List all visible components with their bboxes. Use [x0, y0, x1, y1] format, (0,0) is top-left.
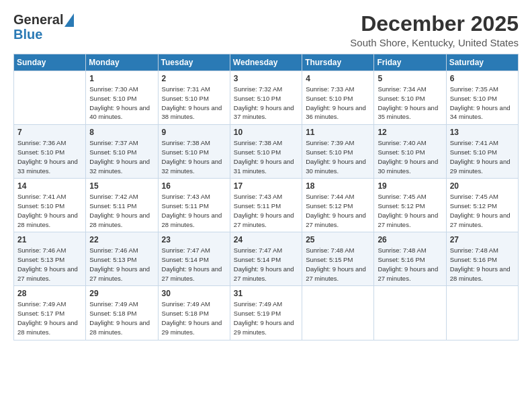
- day-info: Sunrise: 7:39 AMSunset: 5:10 PMDaylight:…: [306, 138, 370, 175]
- day-number: 15: [89, 181, 154, 191]
- day-number: 24: [234, 235, 298, 244]
- day-info: Sunrise: 7:41 AMSunset: 5:10 PMDaylight:…: [17, 192, 82, 229]
- calendar-cell: 1Sunrise: 7:30 AMSunset: 5:10 PMDaylight…: [86, 71, 158, 125]
- calendar-cell: [14, 71, 86, 125]
- day-number: 8: [89, 128, 154, 137]
- calendar-cell: 14Sunrise: 7:41 AMSunset: 5:10 PMDayligh…: [14, 179, 86, 232]
- header-monday: Monday: [86, 54, 158, 71]
- calendar-cell: 7Sunrise: 7:36 AMSunset: 5:10 PMDaylight…: [14, 125, 86, 179]
- header-saturday: Saturday: [446, 54, 518, 71]
- day-info: Sunrise: 7:49 AMSunset: 5:18 PMDaylight:…: [162, 300, 226, 336]
- calendar-cell: 22Sunrise: 7:46 AMSunset: 5:13 PMDayligh…: [86, 232, 158, 286]
- page: General Blue December 2025 South Shore, …: [0, 0, 532, 411]
- calendar-cell: 11Sunrise: 7:39 AMSunset: 5:10 PMDayligh…: [302, 125, 374, 179]
- day-info: Sunrise: 7:35 AMSunset: 5:10 PMDaylight:…: [450, 85, 515, 122]
- day-number: 9: [162, 128, 226, 137]
- calendar-cell: 24Sunrise: 7:47 AMSunset: 5:14 PMDayligh…: [230, 232, 302, 286]
- header-sunday: Sunday: [14, 54, 86, 71]
- day-number: 31: [234, 289, 298, 298]
- calendar-cell: 27Sunrise: 7:48 AMSunset: 5:16 PMDayligh…: [446, 232, 518, 286]
- calendar-cell: 13Sunrise: 7:41 AMSunset: 5:10 PMDayligh…: [446, 125, 518, 179]
- title-block: December 2025 South Shore, Kentucky, Uni…: [350, 12, 519, 48]
- subtitle: South Shore, Kentucky, United States: [350, 37, 519, 48]
- day-info: Sunrise: 7:42 AMSunset: 5:11 PMDaylight:…: [89, 192, 154, 229]
- day-number: 17: [234, 181, 298, 191]
- day-number: 7: [17, 128, 82, 137]
- logo-triangle-icon: [64, 13, 74, 27]
- calendar-cell: 4Sunrise: 7:33 AMSunset: 5:10 PMDaylight…: [302, 71, 374, 125]
- logo: General Blue: [13, 12, 74, 41]
- day-info: Sunrise: 7:48 AMSunset: 5:15 PMDaylight:…: [306, 246, 370, 283]
- calendar-week-4: 21Sunrise: 7:46 AMSunset: 5:13 PMDayligh…: [14, 232, 519, 286]
- calendar-cell: 10Sunrise: 7:38 AMSunset: 5:10 PMDayligh…: [230, 125, 302, 179]
- day-number: 13: [450, 128, 515, 137]
- day-number: 11: [306, 128, 370, 137]
- day-number: 1: [89, 74, 154, 83]
- header-tuesday: Tuesday: [158, 54, 230, 71]
- day-number: 27: [450, 235, 515, 244]
- calendar-cell: 19Sunrise: 7:45 AMSunset: 5:12 PMDayligh…: [374, 179, 446, 232]
- calendar-week-5: 28Sunrise: 7:49 AMSunset: 5:17 PMDayligh…: [14, 286, 519, 340]
- day-info: Sunrise: 7:44 AMSunset: 5:12 PMDaylight:…: [306, 192, 370, 229]
- day-number: 3: [234, 74, 298, 83]
- day-info: Sunrise: 7:43 AMSunset: 5:11 PMDaylight:…: [162, 192, 226, 229]
- calendar-cell: 30Sunrise: 7:49 AMSunset: 5:18 PMDayligh…: [158, 286, 230, 340]
- calendar-cell: 25Sunrise: 7:48 AMSunset: 5:15 PMDayligh…: [302, 232, 374, 286]
- main-title: December 2025: [350, 12, 519, 36]
- day-number: 28: [17, 289, 82, 298]
- calendar-cell: [374, 286, 446, 340]
- day-info: Sunrise: 7:33 AMSunset: 5:10 PMDaylight:…: [306, 85, 370, 122]
- day-number: 20: [450, 181, 515, 191]
- day-info: Sunrise: 7:38 AMSunset: 5:10 PMDaylight:…: [234, 138, 298, 175]
- weekday-header-row: Sunday Monday Tuesday Wednesday Thursday…: [14, 54, 519, 71]
- day-info: Sunrise: 7:38 AMSunset: 5:10 PMDaylight:…: [162, 138, 226, 175]
- calendar-cell: 6Sunrise: 7:35 AMSunset: 5:10 PMDaylight…: [446, 71, 518, 125]
- day-number: 12: [378, 128, 442, 137]
- header: General Blue December 2025 South Shore, …: [13, 12, 519, 48]
- calendar-cell: 21Sunrise: 7:46 AMSunset: 5:13 PMDayligh…: [14, 232, 86, 286]
- header-wednesday: Wednesday: [230, 54, 302, 71]
- calendar-cell: 3Sunrise: 7:32 AMSunset: 5:10 PMDaylight…: [230, 71, 302, 125]
- calendar-cell: 9Sunrise: 7:38 AMSunset: 5:10 PMDaylight…: [158, 125, 230, 179]
- day-info: Sunrise: 7:32 AMSunset: 5:10 PMDaylight:…: [234, 85, 298, 122]
- day-number: 5: [378, 74, 442, 83]
- day-number: 21: [17, 235, 82, 244]
- calendar-cell: 5Sunrise: 7:34 AMSunset: 5:10 PMDaylight…: [374, 71, 446, 125]
- day-info: Sunrise: 7:34 AMSunset: 5:10 PMDaylight:…: [378, 85, 442, 122]
- day-number: 25: [306, 235, 370, 244]
- calendar-week-2: 7Sunrise: 7:36 AMSunset: 5:10 PMDaylight…: [14, 125, 519, 179]
- day-info: Sunrise: 7:46 AMSunset: 5:13 PMDaylight:…: [89, 246, 154, 283]
- day-number: 30: [162, 289, 226, 298]
- day-info: Sunrise: 7:49 AMSunset: 5:19 PMDaylight:…: [234, 300, 298, 336]
- calendar-cell: 12Sunrise: 7:40 AMSunset: 5:10 PMDayligh…: [374, 125, 446, 179]
- calendar-cell: 17Sunrise: 7:43 AMSunset: 5:11 PMDayligh…: [230, 179, 302, 232]
- day-number: 26: [378, 235, 442, 244]
- calendar-cell: 16Sunrise: 7:43 AMSunset: 5:11 PMDayligh…: [158, 179, 230, 232]
- calendar-cell: 18Sunrise: 7:44 AMSunset: 5:12 PMDayligh…: [302, 179, 374, 232]
- calendar-cell: [302, 286, 374, 340]
- calendar: Sunday Monday Tuesday Wednesday Thursday…: [13, 54, 519, 340]
- day-info: Sunrise: 7:36 AMSunset: 5:10 PMDaylight:…: [17, 138, 82, 175]
- day-info: Sunrise: 7:47 AMSunset: 5:14 PMDaylight:…: [162, 246, 226, 283]
- calendar-cell: 2Sunrise: 7:31 AMSunset: 5:10 PMDaylight…: [158, 71, 230, 125]
- day-info: Sunrise: 7:45 AMSunset: 5:12 PMDaylight:…: [378, 192, 442, 229]
- day-number: 14: [17, 181, 82, 191]
- calendar-cell: 29Sunrise: 7:49 AMSunset: 5:18 PMDayligh…: [86, 286, 158, 340]
- day-info: Sunrise: 7:45 AMSunset: 5:12 PMDaylight:…: [450, 192, 515, 229]
- logo-blue: Blue: [13, 28, 42, 41]
- calendar-cell: 26Sunrise: 7:48 AMSunset: 5:16 PMDayligh…: [374, 232, 446, 286]
- day-number: 10: [234, 128, 298, 137]
- calendar-cell: [446, 286, 518, 340]
- header-friday: Friday: [374, 54, 446, 71]
- day-info: Sunrise: 7:43 AMSunset: 5:11 PMDaylight:…: [234, 192, 298, 229]
- calendar-cell: 28Sunrise: 7:49 AMSunset: 5:17 PMDayligh…: [14, 286, 86, 340]
- calendar-cell: 8Sunrise: 7:37 AMSunset: 5:10 PMDaylight…: [86, 125, 158, 179]
- calendar-week-3: 14Sunrise: 7:41 AMSunset: 5:10 PMDayligh…: [14, 179, 519, 232]
- day-info: Sunrise: 7:49 AMSunset: 5:18 PMDaylight:…: [89, 300, 154, 336]
- day-info: Sunrise: 7:41 AMSunset: 5:10 PMDaylight:…: [450, 138, 515, 175]
- day-number: 6: [450, 74, 515, 83]
- day-number: 23: [162, 235, 226, 244]
- calendar-cell: 15Sunrise: 7:42 AMSunset: 5:11 PMDayligh…: [86, 179, 158, 232]
- day-number: 29: [89, 289, 154, 298]
- day-number: 18: [306, 181, 370, 191]
